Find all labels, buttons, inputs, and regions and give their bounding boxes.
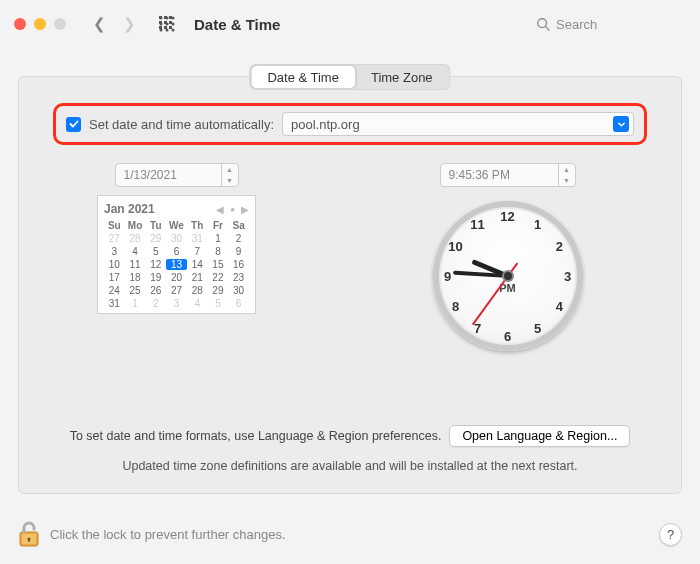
calendar-dow: Th [187, 220, 208, 231]
svg-rect-9 [169, 26, 172, 29]
calendar-today[interactable]: ● [230, 205, 235, 214]
lock-icon[interactable] [18, 520, 40, 548]
calendar-day[interactable]: 31 [104, 298, 125, 309]
calendar-day[interactable]: 1 [208, 233, 229, 244]
calendar-next-day[interactable]: 1 [125, 298, 146, 309]
tab-date-time[interactable]: Date & Time [251, 66, 355, 88]
auto-time-checkbox[interactable] [66, 117, 81, 132]
clock-numeral: 11 [468, 217, 488, 232]
nav-forward-button[interactable]: ❯ [118, 13, 140, 35]
tab-time-zone[interactable]: Time Zone [355, 66, 449, 88]
calendar-next-day[interactable]: 3 [166, 298, 187, 309]
time-stepper[interactable]: ▲ ▼ [558, 164, 575, 186]
svg-point-16 [172, 23, 175, 26]
calendar-day[interactable]: 21 [187, 272, 208, 283]
calendar-day[interactable]: 29 [208, 285, 229, 296]
calendar-next-month[interactable]: ▶ [241, 204, 249, 215]
nav-back-button[interactable]: ❮ [88, 13, 110, 35]
calendar-day[interactable]: 14 [187, 259, 208, 270]
calendar-prev-day[interactable]: 28 [125, 233, 146, 244]
svg-point-18 [166, 29, 169, 32]
tz-update-note: Updated time zone definitions are availa… [19, 459, 681, 473]
date-field[interactable]: 1/13/2021 ▲ ▼ [115, 163, 239, 187]
calendar-prev-day[interactable]: 31 [187, 233, 208, 244]
prefs-panel: Date & Time Time Zone Set date and time … [18, 76, 682, 494]
time-field-value: 9:45:36 PM [449, 168, 510, 182]
show-all-button[interactable] [156, 13, 178, 35]
clock-numeral: 4 [549, 299, 569, 314]
calendar-day[interactable]: 25 [125, 285, 146, 296]
calendar-day[interactable]: 16 [228, 259, 249, 270]
analog-clock: PM 121234567891011 [433, 201, 583, 351]
calendar-day[interactable]: 18 [125, 272, 146, 283]
open-language-region-button[interactable]: Open Language & Region... [449, 425, 630, 447]
calendar-prev-day[interactable]: 30 [166, 233, 187, 244]
calendar-day[interactable]: 2 [228, 233, 249, 244]
lock-text: Click the lock to prevent further change… [50, 527, 286, 542]
calendar-day[interactable]: 12 [145, 259, 166, 270]
svg-point-11 [160, 17, 163, 20]
clock-numeral: 3 [558, 269, 578, 284]
date-stepper[interactable]: ▲ ▼ [221, 164, 238, 186]
clock-numeral: 1 [528, 217, 548, 232]
auto-time-row: Set date and time automatically: pool.nt… [53, 103, 647, 145]
calendar-prev-day[interactable]: 27 [104, 233, 125, 244]
clock-numeral: 6 [498, 329, 518, 344]
chevron-down-icon: ▼ [222, 175, 238, 186]
calendar-day[interactable]: 3 [104, 246, 125, 257]
svg-point-12 [166, 17, 169, 20]
calendar-day[interactable]: 30 [228, 285, 249, 296]
calendar-prev-month[interactable]: ◀ [216, 204, 224, 215]
svg-point-15 [166, 23, 169, 26]
ntp-server-dropdown-button[interactable] [613, 116, 629, 132]
calendar-day[interactable]: 26 [145, 285, 166, 296]
svg-point-17 [160, 29, 163, 32]
svg-rect-8 [164, 26, 167, 29]
calendar-day[interactable]: 22 [208, 272, 229, 283]
clock-numeral: 12 [498, 209, 518, 224]
calendar-day[interactable]: 20 [166, 272, 187, 283]
traffic-close[interactable] [14, 18, 26, 30]
calendar-next-day[interactable]: 6 [228, 298, 249, 309]
calendar-month-label: Jan 2021 [104, 202, 155, 216]
help-button[interactable]: ? [659, 523, 682, 546]
calendar-next-day[interactable]: 2 [145, 298, 166, 309]
clock-numeral: 2 [549, 239, 569, 254]
calendar-day[interactable]: 7 [187, 246, 208, 257]
chevron-down-icon [617, 120, 626, 129]
calendar-dow: Sa [228, 220, 249, 231]
grid-icon [159, 16, 175, 32]
clock-numeral: 7 [468, 320, 488, 335]
ntp-server-value: pool.ntp.org [291, 117, 360, 132]
svg-rect-2 [169, 16, 172, 19]
calendar-day[interactable]: 4 [125, 246, 146, 257]
traffic-minimize[interactable] [34, 18, 46, 30]
calendar-day[interactable]: 9 [228, 246, 249, 257]
calendar-dow: Tu [145, 220, 166, 231]
search-field[interactable]: Search [536, 13, 686, 35]
ntp-server-field[interactable]: pool.ntp.org [282, 112, 634, 136]
calendar-day[interactable]: 10 [104, 259, 125, 270]
calendar-day[interactable]: 11 [125, 259, 146, 270]
calendar-day[interactable]: 17 [104, 272, 125, 283]
chevron-up-icon: ▲ [222, 164, 238, 175]
search-placeholder: Search [556, 17, 597, 32]
calendar[interactable]: Jan 2021 ◀ ● ▶ SuMoTuWeThFrSa27282930311… [97, 195, 256, 314]
calendar-prev-day[interactable]: 29 [145, 233, 166, 244]
calendar-selected-day[interactable]: 13 [166, 259, 187, 270]
calendar-day[interactable]: 15 [208, 259, 229, 270]
time-field[interactable]: 9:45:36 PM ▲ ▼ [440, 163, 576, 187]
calendar-day[interactable]: 27 [166, 285, 187, 296]
calendar-day[interactable]: 8 [208, 246, 229, 257]
calendar-day[interactable]: 23 [228, 272, 249, 283]
calendar-day[interactable]: 5 [145, 246, 166, 257]
clock-second-hand [471, 275, 508, 325]
calendar-day[interactable]: 6 [166, 246, 187, 257]
calendar-day[interactable]: 28 [187, 285, 208, 296]
format-hint-text: To set date and time formats, use Langua… [70, 429, 442, 443]
clock-numeral: 9 [438, 269, 458, 284]
calendar-day[interactable]: 19 [145, 272, 166, 283]
calendar-day[interactable]: 24 [104, 285, 125, 296]
calendar-next-day[interactable]: 5 [208, 298, 229, 309]
calendar-next-day[interactable]: 4 [187, 298, 208, 309]
